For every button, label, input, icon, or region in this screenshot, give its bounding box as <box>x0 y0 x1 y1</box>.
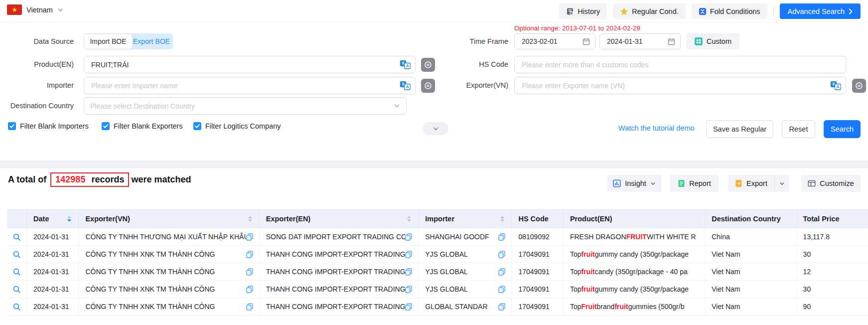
product-en-field[interactable]: A <box>84 56 416 73</box>
divider <box>773 6 774 17</box>
column-header-exporter-en[interactable]: Exporter(EN) <box>260 210 419 228</box>
save-as-regular-button[interactable]: Save as Regular <box>706 120 773 138</box>
filter-blank-exporters-checkbox[interactable]: Filter Blank Exporters <box>102 122 183 130</box>
exporter-match-mode-button[interactable] <box>852 79 866 93</box>
top-bar: ★ Vietnam History Regular Cond. Fold Con… <box>0 0 868 22</box>
view-details-button[interactable] <box>7 298 27 315</box>
copy-icon[interactable] <box>498 233 505 241</box>
end-date-field[interactable] <box>599 33 681 49</box>
copy-icon[interactable] <box>405 233 412 241</box>
importer-input[interactable] <box>90 81 394 90</box>
reset-button[interactable]: Reset <box>782 120 815 138</box>
cell-hs-code: 08109092 <box>512 228 563 245</box>
report-button[interactable]: Report <box>670 175 719 192</box>
product-en-input[interactable] <box>90 60 394 69</box>
copy-icon[interactable] <box>246 233 253 241</box>
sort-desc-icon[interactable] <box>407 219 411 222</box>
customize-button[interactable]: Customize <box>801 175 861 192</box>
total-prefix: A total of <box>8 174 46 185</box>
copy-icon[interactable] <box>498 286 505 293</box>
sort-desc-icon[interactable] <box>67 219 71 222</box>
filter-logitics-company-checkbox[interactable]: Filter Logitics Company <box>193 122 281 130</box>
translate-icon[interactable]: A <box>400 60 411 69</box>
sort-control[interactable] <box>500 216 504 222</box>
view-details-button[interactable] <box>7 281 27 298</box>
cell-product: Top fruit gummy candy (350gr/package <box>564 281 705 298</box>
keyword-highlight: fruit <box>581 285 594 293</box>
copy-icon[interactable] <box>498 303 505 311</box>
copy-icon[interactable] <box>405 303 412 311</box>
end-date-input[interactable] <box>606 37 658 46</box>
regular-cond-button[interactable]: Regular Cond. <box>613 3 686 19</box>
table-row: 2024-01-31CÔNG TY TNHH XNK TM THÀNH CÔNG… <box>7 298 868 316</box>
product-text: brand <box>597 303 615 311</box>
copy-icon[interactable] <box>246 286 253 293</box>
search-button[interactable]: Search <box>824 120 861 138</box>
country-selector[interactable]: ★ Vietnam <box>7 4 63 15</box>
importer-field[interactable]: A <box>84 77 416 94</box>
sort-desc-icon[interactable] <box>500 219 504 222</box>
view-details-button[interactable] <box>7 246 27 263</box>
exporter-vn-input[interactable] <box>521 81 825 90</box>
advanced-search-button[interactable]: Advanced Search <box>780 3 861 19</box>
start-date-input[interactable] <box>521 37 573 46</box>
results-summary: A total of 142985 records were matched <box>8 172 191 187</box>
column-header-exporter-vn[interactable]: Exporter(VN) <box>79 210 259 228</box>
copy-icon[interactable] <box>405 251 412 258</box>
fold-conditions-label: Fold Conditions <box>710 7 760 15</box>
cell-importer: GLOBAL STANDAR <box>419 298 512 315</box>
copy-icon[interactable] <box>246 303 253 311</box>
product-text: candy (350gr/package - 40 pa <box>595 268 688 276</box>
export-button[interactable]: Export <box>728 175 774 192</box>
column-header-importer[interactable]: Importer <box>419 210 512 228</box>
export-boe-option[interactable]: Export BOE <box>130 33 173 49</box>
copy-icon[interactable] <box>498 251 505 258</box>
column-header-label: HS Code <box>518 215 548 223</box>
sort-control[interactable] <box>407 216 411 222</box>
custom-icon <box>695 37 703 45</box>
sort-asc-icon[interactable] <box>407 216 411 218</box>
translate-icon[interactable]: A <box>831 81 841 90</box>
collapse-panel-button[interactable] <box>423 122 448 135</box>
fold-conditions-button[interactable]: Fold Conditions <box>692 3 767 19</box>
tutorial-link[interactable]: Watch the tutorial demo <box>618 124 695 132</box>
start-date-field[interactable] <box>514 33 595 49</box>
report-label: Report <box>689 179 711 187</box>
export-dropdown-button[interactable] <box>774 175 789 192</box>
sort-control[interactable] <box>248 216 252 222</box>
sort-asc-icon[interactable] <box>67 216 71 218</box>
translate-icon[interactable]: A <box>400 81 411 90</box>
table-row: 2024-01-31CÔNG TY TNHH XNK TM THÀNH CÔNG… <box>7 281 868 298</box>
sort-asc-icon[interactable] <box>500 216 504 218</box>
destination-placeholder: Please select Destination Country <box>90 102 394 110</box>
exporter-vn-field[interactable]: A <box>514 77 846 94</box>
sort-asc-icon[interactable] <box>248 216 252 218</box>
view-details-button[interactable] <box>7 228 27 245</box>
copy-icon[interactable] <box>405 286 412 293</box>
history-label: History <box>578 7 600 15</box>
insight-button[interactable]: Insight <box>607 175 661 192</box>
sort-desc-icon[interactable] <box>248 219 252 222</box>
calendar-icon[interactable] <box>668 38 675 45</box>
calendar-icon[interactable] <box>582 38 590 45</box>
hs-code-input[interactable] <box>521 60 840 69</box>
copy-icon[interactable] <box>246 268 253 276</box>
filter-label: Filter Blank Exporters <box>114 122 183 130</box>
column-header-date[interactable]: Date <box>27 210 79 228</box>
destination-country-select[interactable]: Please select Destination Country <box>84 97 407 115</box>
custom-label: Custom <box>707 37 731 45</box>
hs-code-field[interactable] <box>514 56 846 73</box>
sort-control[interactable] <box>67 216 71 222</box>
cell-product: FRESH DRAGON FRUIT WITH WHITE R <box>564 228 705 245</box>
copy-icon[interactable] <box>246 251 253 258</box>
view-details-button[interactable] <box>7 263 27 280</box>
cell-exporter-en-text: THANH CONG IMPORT-EXPORT TRADING C <box>266 303 406 311</box>
history-button[interactable]: History <box>559 3 607 19</box>
copy-icon[interactable] <box>405 268 412 276</box>
cell-destination: Viet Nam <box>705 263 796 280</box>
copy-icon[interactable] <box>498 268 505 276</box>
custom-range-button[interactable]: Custom <box>687 33 739 49</box>
filter-blank-importers-checkbox[interactable]: Filter Blank Importers <box>8 122 89 130</box>
import-boe-option[interactable]: Import BOE <box>84 33 133 49</box>
chevron-down-icon <box>650 181 656 186</box>
